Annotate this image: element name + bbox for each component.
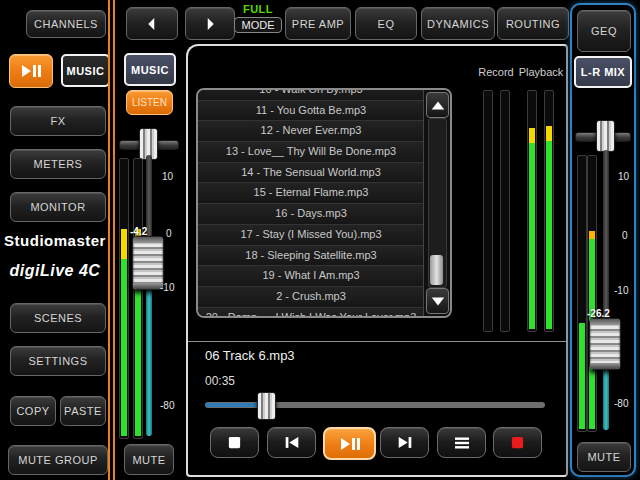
copy-button[interactable]: COPY xyxy=(10,396,56,426)
progress-slider[interactable] xyxy=(205,402,545,408)
sidebar-item-meters[interactable]: METERS xyxy=(10,149,106,179)
playlist-item[interactable]: 2 - Crush.mp3 xyxy=(198,287,424,308)
playback-meter-left-green xyxy=(529,143,535,329)
stop-icon xyxy=(227,435,242,450)
channel-meter-left-yellow xyxy=(121,229,127,259)
playlist-item[interactable]: 12 - Never Ever.mp3 xyxy=(198,121,424,142)
channel-meter-left xyxy=(119,158,129,439)
playback-meter-right-yellow xyxy=(546,126,552,141)
master-mute-button[interactable]: MUTE xyxy=(577,442,631,472)
mode-label: MODE xyxy=(234,17,282,33)
sidebar-item-monitor[interactable]: MONITOR xyxy=(10,192,106,222)
master-scale-minus80: -80 xyxy=(614,398,628,409)
sidebar-item-music[interactable]: MUSIC xyxy=(61,54,110,87)
play-pause-transport-button[interactable] xyxy=(323,427,376,460)
brand-name: Studiomaster xyxy=(4,232,106,249)
track-title: 06 Track 6.mp3 xyxy=(205,348,295,363)
channel-meter-left-green xyxy=(121,259,127,436)
playlist-scrollbar[interactable] xyxy=(423,90,450,316)
paste-button[interactable]: PASTE xyxy=(60,396,106,426)
playback-meter-left-yellow xyxy=(529,128,535,143)
master-panel: GEQ L-R MIX -26.2 10 0 -10 -80 MUTE xyxy=(570,3,636,477)
sidebar-item-settings[interactable]: SETTINGS xyxy=(10,346,106,376)
tab-pre-amp[interactable]: PRE AMP xyxy=(285,7,351,40)
playback-meter-right-green xyxy=(546,141,552,329)
master-pan-slider-knob[interactable] xyxy=(596,120,615,152)
playback-meter-left xyxy=(527,90,537,332)
master-title: L-R MIX xyxy=(574,56,632,88)
channel-scale-0: 0 xyxy=(166,228,172,239)
playlist-item[interactable]: 15 - Eternal Flame.mp3 xyxy=(198,183,424,204)
arrow-right-icon xyxy=(201,15,219,33)
next-icon xyxy=(396,435,414,450)
mode-state-label: FULL xyxy=(234,3,282,15)
master-meter-left-green xyxy=(579,323,585,429)
playlist-item[interactable]: 18 - Sleeping Satellite.mp3 xyxy=(198,246,424,267)
master-scale-10: 10 xyxy=(618,171,629,182)
record-meter-left xyxy=(483,90,493,332)
playlist-rows: 10 - Walk On By.mp3 11 - You Gotta Be.mp… xyxy=(198,88,450,318)
mute-group-button[interactable]: MUTE GROUP xyxy=(8,445,108,475)
record-button[interactable] xyxy=(493,427,542,458)
playlist-item[interactable]: 13 - Love__ Thy Will Be Done.mp3 xyxy=(198,142,424,163)
playlist-item[interactable]: 16 - Days.mp3 xyxy=(198,204,424,225)
channel-mute-button[interactable]: MUTE xyxy=(124,444,174,475)
scroll-down-button[interactable] xyxy=(426,288,449,314)
master-scale-0: 0 xyxy=(622,230,628,241)
main-panel: Record Playback 10 - Walk On By.mp3 11 -… xyxy=(186,44,568,477)
master-meter-right-peak xyxy=(589,231,595,239)
next-channel-button[interactable] xyxy=(185,7,235,40)
mixer-app: CHANNELS MUSIC FX METERS MONITOR Studiom… xyxy=(0,0,640,480)
stop-button[interactable] xyxy=(210,427,259,458)
geq-button[interactable]: GEQ xyxy=(577,10,631,52)
brand-model-logo: digiLive 4C xyxy=(0,262,110,280)
channel-scale-minus80: -80 xyxy=(160,400,174,411)
previous-track-button[interactable] xyxy=(267,427,316,458)
master-fader-knob[interactable] xyxy=(589,318,621,370)
playlist-item[interactable]: 11 - You Gotta Be.mp3 xyxy=(198,101,424,122)
channel-scale-10: 10 xyxy=(162,171,173,182)
sidebar-separator-line xyxy=(108,0,110,480)
tab-dynamics[interactable]: DYNAMICS xyxy=(421,7,495,40)
scroll-up-icon xyxy=(431,100,445,111)
channel-title: MUSIC xyxy=(124,53,176,86)
progress-fill xyxy=(205,403,262,407)
tab-routing[interactable]: ROUTING xyxy=(497,7,569,40)
sidebar-item-fx[interactable]: FX xyxy=(10,106,106,136)
track-time: 00:35 xyxy=(205,374,235,388)
playlist-item[interactable]: 20 - Damn___I Wish I Was Your Lover.mp3 xyxy=(198,308,424,318)
scroll-up-button[interactable] xyxy=(426,92,449,118)
brand-logo: Studiomaster xyxy=(0,232,110,250)
play-pause-icon xyxy=(19,63,43,79)
record-meter-right xyxy=(500,90,510,332)
scrollbar-thumb[interactable] xyxy=(430,255,443,285)
scrollbar-track[interactable] xyxy=(428,118,447,288)
playlist-menu-button[interactable] xyxy=(437,427,486,458)
listen-button[interactable]: LISTEN xyxy=(126,90,173,115)
previous-icon xyxy=(283,435,301,450)
channel-meter-right xyxy=(133,158,143,439)
progress-knob[interactable] xyxy=(257,392,276,420)
playlist-item[interactable]: 17 - Stay (I Missed You).mp3 xyxy=(198,225,424,246)
mode-button[interactable]: FULL MODE xyxy=(234,3,282,43)
playlist-item[interactable]: 14 - The Sensual World.mp3 xyxy=(198,163,424,184)
sidebar: CHANNELS MUSIC FX METERS MONITOR Studiom… xyxy=(0,0,116,480)
player-divider xyxy=(188,341,566,342)
sidebar-item-channels[interactable]: CHANNELS xyxy=(26,10,106,38)
tab-eq[interactable]: EQ xyxy=(355,7,417,40)
playback-meters-label: Playback xyxy=(510,66,572,78)
channel-strip: MUSIC LISTEN -4.2 10 0 -10 -80 MUTE xyxy=(116,0,186,480)
channel-fader-track-lower xyxy=(146,288,152,436)
playback-meter-right xyxy=(544,90,554,332)
play-pause-icon xyxy=(338,436,362,452)
brand-model: digiLive 4C xyxy=(10,262,101,279)
playlist-item[interactable]: 19 - What I Am.mp3 xyxy=(198,266,424,287)
sidebar-item-scenes[interactable]: SCENES xyxy=(10,303,106,333)
playlist: 10 - Walk On By.mp3 11 - You Gotta Be.mp… xyxy=(196,88,452,318)
master-meter-left xyxy=(577,155,587,432)
playlist-item[interactable]: 10 - Walk On By.mp3 xyxy=(198,88,424,101)
next-track-button[interactable] xyxy=(380,427,429,458)
master-fader-track-lower xyxy=(603,368,609,430)
sidebar-play-pause-button[interactable] xyxy=(9,54,53,88)
scroll-down-icon xyxy=(431,296,445,307)
